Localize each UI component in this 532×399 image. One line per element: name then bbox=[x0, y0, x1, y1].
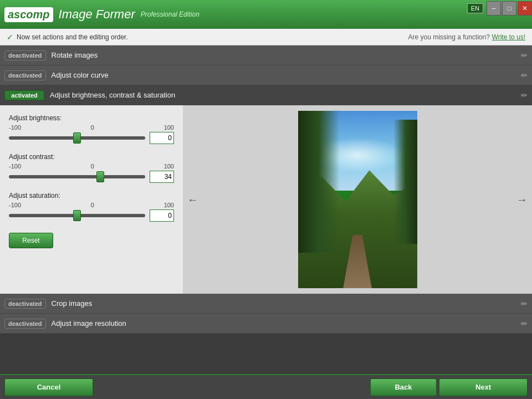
edit-icon-color-curve[interactable]: ✏ bbox=[521, 71, 528, 80]
contrast-input[interactable] bbox=[150, 173, 172, 181]
contrast-min: -100 bbox=[9, 163, 21, 170]
brightness-group: Adjust brightness: -100 0 100 bbox=[9, 114, 174, 144]
missing-function-text: Are you missing a function? bbox=[408, 33, 489, 41]
saturation-scale: -100 0 100 bbox=[9, 202, 174, 208]
preview-section: ← → bbox=[183, 105, 532, 294]
status-badge-crop[interactable]: deactivated bbox=[4, 299, 46, 309]
action-label-crop: Crop images bbox=[52, 299, 521, 308]
brightness-mid: 0 bbox=[91, 124, 94, 131]
contrast-slider-container[interactable] bbox=[9, 171, 145, 182]
brightness-scale: -100 0 100 bbox=[9, 124, 174, 131]
action-row-crop[interactable]: deactivated Crop images ✏ bbox=[0, 294, 532, 314]
main-content: deactivated Rotate images ✏ deactivated … bbox=[0, 45, 532, 374]
write-us-link[interactable]: Write to us! bbox=[492, 33, 525, 41]
close-button[interactable]: ✕ bbox=[518, 1, 532, 16]
action-label-rotate: Rotate images bbox=[52, 51, 521, 59]
restore-button[interactable]: □ bbox=[502, 1, 516, 16]
bottom-bar: Cancel Back Next bbox=[0, 374, 532, 399]
contrast-label: Adjust contrast: bbox=[9, 153, 174, 161]
checkmark-icon: ✓ bbox=[7, 33, 13, 42]
reset-button[interactable]: Reset bbox=[9, 233, 53, 248]
action-row-brightness[interactable]: activated Adjust brightness, contrast & … bbox=[0, 85, 532, 105]
saturation-max: 100 bbox=[164, 202, 174, 208]
edit-icon-crop[interactable]: ✏ bbox=[521, 299, 528, 308]
brightness-value-box[interactable] bbox=[150, 132, 174, 144]
contrast-track bbox=[9, 175, 145, 178]
saturation-thumb[interactable] bbox=[73, 210, 81, 221]
preview-image bbox=[298, 111, 417, 288]
brightness-label: Adjust brightness: bbox=[9, 114, 174, 122]
action-label-resolution: Adjust image resolution bbox=[52, 319, 521, 328]
saturation-mid: 0 bbox=[91, 202, 94, 208]
status-badge-color-curve[interactable]: deactivated bbox=[4, 70, 46, 80]
cancel-button[interactable]: Cancel bbox=[4, 378, 93, 396]
brightness-max: 100 bbox=[164, 124, 174, 131]
saturation-slider-container[interactable] bbox=[9, 210, 145, 221]
action-label-color-curve: Adjust color curve bbox=[52, 71, 521, 79]
titlebar: ascomp Image Former Professional Edition… bbox=[0, 0, 532, 29]
status-badge-brightness[interactable]: activated bbox=[4, 90, 44, 100]
lang-badge: EN bbox=[467, 3, 483, 13]
trees-right-layer bbox=[393, 120, 417, 244]
expanded-panel: Adjust brightness: -100 0 100 bbox=[0, 105, 532, 294]
saturation-value-box[interactable] bbox=[150, 209, 174, 222]
contrast-mid: 0 bbox=[91, 163, 94, 170]
edit-icon-rotate[interactable]: ✏ bbox=[521, 51, 528, 60]
edit-icon-brightness[interactable]: ✏ bbox=[521, 91, 528, 100]
edit-icon-resolution[interactable]: ✏ bbox=[521, 319, 528, 328]
brightness-min: -100 bbox=[9, 124, 21, 131]
edition-label: Professional Edition bbox=[141, 11, 200, 18]
brightness-input[interactable] bbox=[150, 134, 172, 142]
contrast-value-box[interactable] bbox=[150, 171, 174, 183]
minimize-button[interactable]: – bbox=[487, 1, 501, 16]
back-button[interactable]: Back bbox=[370, 378, 437, 396]
saturation-input[interactable] bbox=[150, 212, 172, 219]
contrast-thumb[interactable] bbox=[96, 171, 104, 182]
action-row-rotate[interactable]: deactivated Rotate images ✏ bbox=[0, 45, 532, 65]
contrast-group: Adjust contrast: -100 0 100 bbox=[9, 153, 174, 183]
logo-box: ascomp bbox=[4, 7, 53, 22]
status-badge-resolution[interactable]: deactivated bbox=[4, 319, 46, 329]
app-title: Image Former bbox=[59, 7, 135, 22]
saturation-label: Adjust saturation: bbox=[9, 192, 174, 200]
contrast-max: 100 bbox=[164, 163, 174, 170]
brightness-thumb[interactable] bbox=[73, 132, 81, 144]
next-arrow[interactable]: → bbox=[516, 193, 528, 206]
brightness-slider-row bbox=[9, 132, 174, 144]
next-button[interactable]: Next bbox=[439, 378, 528, 396]
instruction-text: Now set actions and the editing order. bbox=[17, 33, 408, 41]
controls-section: Adjust brightness: -100 0 100 bbox=[0, 105, 183, 294]
instruction-bar: ✓ Now set actions and the editing order.… bbox=[0, 29, 532, 45]
action-label-brightness: Adjust brightness, contrast & saturation bbox=[50, 91, 521, 99]
window-controls: EN – □ ✕ bbox=[467, 0, 532, 17]
brightness-track bbox=[9, 136, 145, 140]
saturation-group: Adjust saturation: -100 0 100 bbox=[9, 192, 174, 222]
contrast-slider-row bbox=[9, 171, 174, 183]
status-badge-rotate[interactable]: deactivated bbox=[4, 50, 46, 60]
trees-left-layer bbox=[298, 111, 340, 253]
prev-arrow[interactable]: ← bbox=[187, 193, 198, 206]
saturation-track bbox=[9, 214, 145, 217]
saturation-slider-row bbox=[9, 209, 174, 222]
action-row-color-curve[interactable]: deactivated Adjust color curve ✏ bbox=[0, 65, 532, 85]
brightness-slider-container[interactable] bbox=[9, 132, 145, 144]
action-row-resolution[interactable]: deactivated Adjust image resolution ✏ bbox=[0, 314, 532, 334]
logo-text: ascomp bbox=[8, 8, 50, 21]
contrast-scale: -100 0 100 bbox=[9, 163, 174, 170]
saturation-min: -100 bbox=[9, 202, 21, 208]
